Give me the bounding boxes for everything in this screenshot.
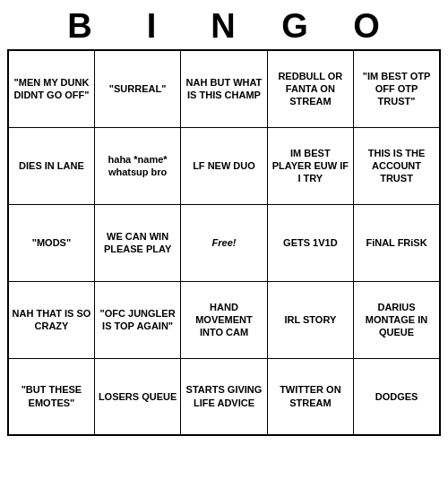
cell-r2-c4[interactable]: FiNAL FRiSK — [354, 204, 440, 281]
cell-r1-c1[interactable]: haha *name* whatsup bro — [94, 127, 180, 204]
letter-o: O — [332, 7, 403, 46]
cell-r1-c0[interactable]: DIES IN LANE — [8, 127, 94, 204]
bingo-title: B I N G O — [7, 7, 441, 46]
cell-r2-c1[interactable]: WE CAN WIN PLEASE PLAY — [94, 204, 180, 281]
cell-r3-c0[interactable]: NAH THAT IS SO CRAZY — [8, 281, 94, 358]
letter-i: I — [116, 7, 188, 46]
cell-r0-c4[interactable]: "IM BEST OTP OFF OTP TRUST" — [354, 50, 440, 127]
cell-r3-c4[interactable]: DARIUS MONTAGE IN QUEUE — [354, 281, 440, 358]
cell-r2-c3[interactable]: GETS 1V1D — [267, 204, 353, 281]
letter-n: N — [188, 7, 260, 46]
cell-r3-c2[interactable]: HAND MOVEMENT INTO CAM — [181, 281, 267, 358]
cell-r0-c3[interactable]: REDBULL OR FANTA ON STREAM — [267, 50, 353, 127]
cell-r4-c0[interactable]: "BUT THESE EMOTES" — [8, 358, 94, 435]
cell-r1-c3[interactable]: IM BEST PLAYER EUW IF I TRY — [267, 127, 353, 204]
cell-r2-c2[interactable]: Free! — [181, 204, 267, 281]
cell-r4-c1[interactable]: LOSERS QUEUE — [94, 358, 180, 435]
cell-r0-c1[interactable]: "SURREAL" — [94, 50, 180, 127]
cell-r0-c2[interactable]: NAH BUT WHAT IS THIS CHAMP — [181, 50, 267, 127]
cell-r1-c2[interactable]: LF NEW DUO — [181, 127, 267, 204]
cell-r3-c1[interactable]: "OFC JUNGLER IS TOP AGAIN" — [94, 281, 180, 358]
bingo-grid: "MEN MY DUNK DIDNT GO OFF""SURREAL"NAH B… — [7, 49, 441, 436]
letter-b: B — [45, 7, 116, 46]
cell-r2-c0[interactable]: "MODS" — [8, 204, 94, 281]
cell-r4-c3[interactable]: TWITTER ON STREAM — [267, 358, 353, 435]
cell-r1-c4[interactable]: THIS IS THE ACCOUNT TRUST — [354, 127, 440, 204]
cell-r0-c0[interactable]: "MEN MY DUNK DIDNT GO OFF" — [8, 50, 94, 127]
letter-g: G — [260, 7, 332, 46]
cell-r4-c2[interactable]: STARTS GIVING LIFE ADVICE — [181, 358, 267, 435]
cell-r4-c4[interactable]: DODGES — [354, 358, 440, 435]
cell-r3-c3[interactable]: IRL STORY — [267, 281, 353, 358]
